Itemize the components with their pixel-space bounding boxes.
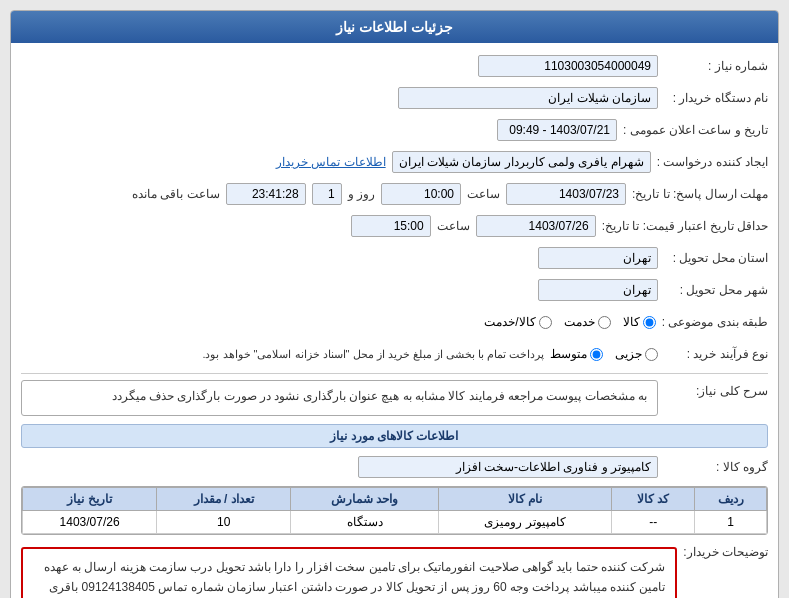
ostan-label: استان محل تحویل : [658, 251, 768, 265]
ijad-konande-value: شهرام یافری ولمی کاربردار سازمان شیلات ا… [399, 155, 644, 169]
ostan-field: تهران [538, 247, 658, 269]
hadaqal-group: 1403/07/26 ساعت 15:00 [351, 215, 596, 237]
mohlat-date-field: 1403/07/23 [506, 183, 626, 205]
radio-kala-khadamat-item: کالا/خدمت [484, 315, 551, 329]
noe-farayand-row: نوع فرآیند خرید : جزیی متوسط پرداخت تمام… [21, 341, 768, 367]
col-tarikh: تاریخ نیاز [23, 488, 157, 511]
table-body: 1 -- کامپیوتر رومیزی دستگاه 10 1403/07/2… [23, 511, 767, 534]
tabaqe-row: طبقه بندی موضوعی : کالا خدمت کالا/خدمت [21, 309, 768, 335]
hadaqal-row: حداقل تاریخ اعتبار قیمت: تا تاریخ: 1403/… [21, 213, 768, 239]
ijad-konande-label: ایجاد کننده درخواست : [651, 155, 768, 169]
page-title: جزئیات اطلاعات نیاز [336, 19, 453, 35]
cell-kod: -- [612, 511, 695, 534]
radio-khadamat-item: خدمت [564, 315, 611, 329]
radio-kala-khadamat[interactable] [539, 316, 552, 329]
groupe-kala-field: کامپیوتر و فناوری اطلاعات-سخت افزار [358, 456, 658, 478]
radio-motevaset[interactable] [590, 348, 603, 361]
hadaqal-saat-value: 15:00 [394, 219, 424, 233]
col-radif: ردیف [695, 488, 767, 511]
kala-table: ردیف کد کالا نام کالا واحد شمارش تعداد /… [22, 487, 767, 534]
mohlat-rooz-label: روز و [348, 187, 375, 201]
shahr-row: شهر محل تحویل : تهران [21, 277, 768, 303]
tarikh-saat-field: 1403/07/21 - 09:49 [497, 119, 617, 141]
farayand-radio-group: جزیی متوسط [550, 347, 658, 361]
radio-kala[interactable] [643, 316, 656, 329]
shomare-niaz-value: 1103003054000049 [544, 59, 651, 73]
kala-table-container: ردیف کد کالا نام کالا واحد شمارش تعداد /… [21, 486, 768, 535]
hadaqal-saat-label: ساعت [437, 219, 470, 233]
mohlat-group: 1403/07/23 ساعت 10:00 روز و 1 23:41:28 س… [132, 183, 626, 205]
sarkoli-value: به مشخصات پیوست مراجعه فرمایند کالا مشاب… [21, 380, 658, 416]
cell-radif: 1 [695, 511, 767, 534]
groupe-kala-value: کامپیوتر و فناوری اطلاعات-سخت افزار [456, 460, 651, 474]
tarikh-saat-label: تاریخ و ساعت اعلان عمومی : [617, 123, 768, 137]
mohlat-saat-value: 10:00 [424, 187, 454, 201]
tabaqe-radio-group: کالا خدمت کالا/خدمت [484, 315, 655, 329]
tarikh-saat-value: 1403/07/21 - 09:49 [509, 123, 610, 137]
divider-1 [21, 373, 768, 374]
col-kod: کد کالا [612, 488, 695, 511]
ostan-value: تهران [623, 251, 651, 265]
mohlat-date-value: 1403/07/23 [559, 187, 619, 201]
ettelas-tamas-link[interactable]: اطلاعات تماس خریدار [276, 155, 386, 169]
nam-dastgah-label: نام دستگاه خریدار : [658, 91, 768, 105]
shomare-niaz-label: شماره نیاز : [658, 59, 768, 73]
nam-dastgah-row: نام دستگاه خریدار : سازمان شیلات ایران [21, 85, 768, 111]
mohlat-saat-field: 10:00 [381, 183, 461, 205]
radio-motevaset-item: متوسط [550, 347, 603, 361]
col-vahed: واحد شمارش [291, 488, 439, 511]
mohlat-baqi-field: 23:41:28 [226, 183, 306, 205]
shomare-niaz-row: شماره نیاز : 1103003054000049 [21, 53, 768, 79]
tozi-row: توضیحات خریدار: شرکت کننده حتما باید گوا… [21, 541, 768, 598]
tozi-label: توضیحات خریدار: [677, 541, 768, 559]
ijad-konande-row: ایجاد کننده درخواست : شهرام یافری ولمی ک… [21, 149, 768, 175]
farayand-note: پرداخت تمام با بخشی از مبلغ خرید از محل … [202, 348, 544, 361]
col-nam: نام کالا [438, 488, 611, 511]
mohlat-rooz-value: 1 [328, 187, 335, 201]
table-header: ردیف کد کالا نام کالا واحد شمارش تعداد /… [23, 488, 767, 511]
mohlat-label: مهلت ارسال پاسخ: تا تاریخ: [626, 187, 768, 201]
hadaqal-label: حداقل تاریخ اعتبار قیمت: تا تاریخ: [596, 219, 768, 233]
shahr-value: تهران [623, 283, 651, 297]
tabaqe-label: طبقه بندی موضوعی : [656, 315, 768, 329]
cell-vahed: دستگاه [291, 511, 439, 534]
noe-farayand-group: جزیی متوسط پرداخت تمام با بخشی از مبلغ خ… [202, 347, 658, 361]
hadaqal-saat-field: 15:00 [351, 215, 431, 237]
radio-kala-label: کالا [623, 315, 640, 329]
tarikh-saat-row: تاریخ و ساعت اعلان عمومی : 1403/07/21 - … [21, 117, 768, 143]
mohlat-baqi-value: 23:41:28 [252, 187, 299, 201]
groupe-kala-label: گروه کالا : [658, 460, 768, 474]
radio-jozi-item: جزیی [615, 347, 658, 361]
radio-kala-khadamat-label: کالا/خدمت [484, 315, 535, 329]
radio-kala-item: کالا [623, 315, 656, 329]
shahr-field: تهران [538, 279, 658, 301]
mohlat-rooz-field: 1 [312, 183, 342, 205]
radio-jozi[interactable] [645, 348, 658, 361]
cell-tarikh: 1403/07/26 [23, 511, 157, 534]
sarkoli-label: سرح کلی نیاز: [658, 380, 768, 398]
shomare-niaz-field: 1103003054000049 [478, 55, 658, 77]
hadaqal-date-value: 1403/07/26 [529, 219, 589, 233]
radio-khadamat[interactable] [598, 316, 611, 329]
noe-farayand-label: نوع فرآیند خرید : [658, 347, 768, 361]
mohlat-saat-label: ساعت [467, 187, 500, 201]
ettelas-section-title: اطلاعات کالاهای مورد نیاز [21, 424, 768, 448]
col-tedad: تعداد / مقدار [157, 488, 291, 511]
ijad-konande-field: شهرام یافری ولمی کاربردار سازمان شیلات ا… [392, 151, 651, 173]
groupe-kala-row: گروه کالا : کامپیوتر و فناوری اطلاعات-سخ… [21, 454, 768, 480]
radio-motevaset-label: متوسط [550, 347, 587, 361]
shahr-label: شهر محل تحویل : [658, 283, 768, 297]
page-content: شماره نیاز : 1103003054000049 نام دستگاه… [11, 43, 778, 598]
mohlat-row: مهلت ارسال پاسخ: تا تاریخ: 1403/07/23 سا… [21, 181, 768, 207]
tozi-box: شرکت کننده حتما باید گواهی صلاحیت انفورم… [21, 547, 677, 598]
ijad-konande-group: شهرام یافری ولمی کاربردار سازمان شیلات ا… [276, 151, 651, 173]
table-header-row: ردیف کد کالا نام کالا واحد شمارش تعداد /… [23, 488, 767, 511]
nam-dastgah-field: سازمان شیلات ایران [398, 87, 658, 109]
radio-khadamat-label: خدمت [564, 315, 595, 329]
table-row: 1 -- کامپیوتر رومیزی دستگاه 10 1403/07/2… [23, 511, 767, 534]
sarkoli-row: سرح کلی نیاز: به مشخصات پیوست مراجعه فرم… [21, 380, 768, 416]
ostan-row: استان محل تحویل : تهران [21, 245, 768, 271]
sarkoli-text: به مشخصات پیوست مراجعه فرمایند کالا مشاب… [112, 389, 647, 403]
cell-tedad: 10 [157, 511, 291, 534]
tozi-value: شرکت کننده حتما باید گواهی صلاحیت انفورم… [44, 560, 666, 594]
